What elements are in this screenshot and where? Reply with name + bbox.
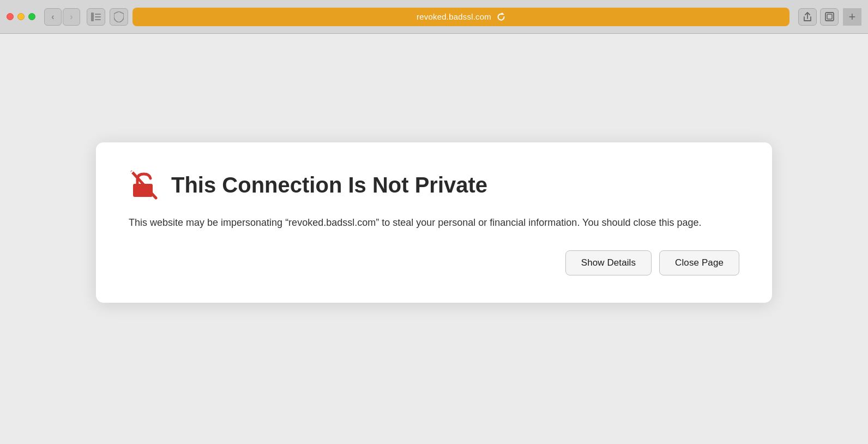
traffic-lights <box>7 13 35 20</box>
browser-toolbar: ‹ › revoked.badssl.com <box>0 0 868 34</box>
share-icon <box>803 12 812 22</box>
broken-lock-icon <box>129 170 159 200</box>
tab-overview-icon <box>825 12 834 21</box>
broken-lock-icon-container <box>129 170 159 200</box>
nav-buttons: ‹ › <box>44 8 80 26</box>
svg-rect-6 <box>827 14 832 19</box>
show-details-button[interactable]: Show Details <box>565 250 652 275</box>
close-page-button[interactable]: Close Page <box>659 250 739 275</box>
refresh-button[interactable] <box>497 13 505 21</box>
forward-button[interactable]: › <box>63 8 80 26</box>
card-header: This Connection Is Not Private <box>129 170 739 200</box>
address-bar[interactable]: revoked.badssl.com <box>132 8 789 26</box>
new-tab-button[interactable]: + <box>843 8 861 26</box>
svg-rect-3 <box>95 19 101 20</box>
forward-icon: › <box>70 12 73 22</box>
url-text: revoked.badssl.com <box>417 12 491 21</box>
svg-rect-1 <box>95 14 101 15</box>
right-toolbar-buttons <box>798 8 839 26</box>
svg-rect-0 <box>91 13 94 21</box>
minimize-window-button[interactable] <box>17 13 25 20</box>
refresh-icon <box>497 13 505 21</box>
maximize-window-button[interactable] <box>28 13 35 20</box>
close-window-button[interactable] <box>7 13 14 20</box>
content-blocker-button[interactable] <box>110 8 128 26</box>
warning-title: This Connection Is Not Private <box>171 173 487 197</box>
warning-card: This Connection Is Not Private This webs… <box>96 142 772 303</box>
card-actions: Show Details Close Page <box>129 250 739 275</box>
shield-icon <box>114 11 124 22</box>
back-button[interactable]: ‹ <box>44 8 62 26</box>
back-icon: ‹ <box>51 12 54 22</box>
tab-overview-button[interactable] <box>820 8 839 26</box>
sidebar-button[interactable] <box>87 8 105 26</box>
warning-description: This website may be impersonating “revok… <box>129 215 728 231</box>
svg-rect-2 <box>95 16 101 17</box>
page-content: This Connection Is Not Private This webs… <box>0 34 868 444</box>
share-button[interactable] <box>798 8 817 26</box>
plus-icon: + <box>849 10 856 24</box>
sidebar-icon <box>91 13 101 21</box>
